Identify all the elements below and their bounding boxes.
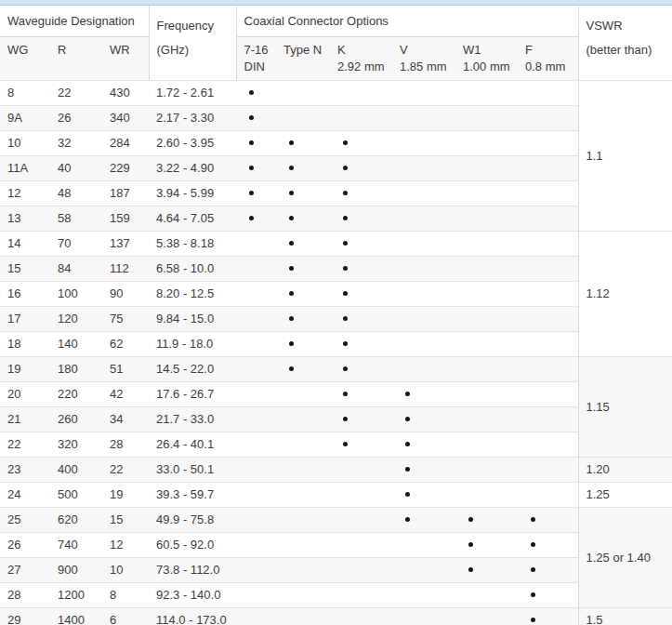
- connector-cell-k: [330, 582, 392, 607]
- r-cell: 620: [50, 507, 102, 532]
- availability-dot-icon: [343, 216, 348, 220]
- wr-column-header: WR: [102, 36, 149, 80]
- connector-cell-f: [518, 356, 578, 381]
- r-cell: 40: [50, 155, 102, 180]
- connector-cell-din: [236, 432, 276, 457]
- frequency-cell: 11.9 - 18.0: [149, 331, 236, 356]
- vswr-cell: 1.1: [578, 80, 672, 231]
- connector-cell-type-n: [276, 507, 330, 532]
- connector-cell-din: [236, 180, 276, 206]
- connector-cell-v: [392, 306, 455, 331]
- connector-header-v: V 1.85 mm: [392, 36, 455, 80]
- wr-cell: 62: [102, 331, 149, 356]
- r-cell: 70: [50, 231, 102, 256]
- availability-dot-icon: [343, 291, 348, 296]
- wg-cell: 13: [0, 206, 50, 231]
- wr-cell: 229: [102, 155, 149, 180]
- wg-cell: 29: [0, 607, 50, 625]
- connector-cell-v: [392, 432, 455, 457]
- connector-cell-v: [392, 155, 455, 180]
- wg-cell: 26: [0, 532, 50, 557]
- frequency-header-unit: (GHz): [157, 38, 236, 62]
- wr-cell: 42: [102, 381, 149, 406]
- spec-row-wg-15: 15841126.58 - 10.0: [0, 256, 672, 281]
- frequency-header: Frequency (GHz): [149, 6, 236, 80]
- connector-header-din-line2: DIN: [244, 59, 277, 75]
- vswr-header-label: VSWR: [586, 14, 672, 38]
- connector-cell-type-n: [276, 356, 330, 381]
- wr-cell: 28: [102, 432, 149, 457]
- connector-cell-k: [330, 331, 392, 356]
- connector-cell-din: [236, 155, 276, 180]
- wr-cell: 19: [102, 482, 149, 507]
- connector-cell-type-n: [276, 231, 330, 256]
- connector-cell-v: [392, 231, 455, 256]
- connector-cell-type-n: [276, 381, 330, 406]
- connector-cell-k: [330, 206, 392, 231]
- spec-row-wg-9A: 9A263402.17 - 3.30: [0, 105, 672, 130]
- wg-cell: 9A: [0, 105, 50, 130]
- connector-cell-din: [236, 457, 276, 482]
- frequency-cell: 92.3 - 140.0: [149, 582, 236, 607]
- frequency-cell: 2.17 - 3.30: [149, 105, 236, 130]
- frequency-cell: 9.84 - 15.0: [149, 306, 236, 331]
- vswr-cell: 1.12: [578, 231, 672, 356]
- connector-cell-k: [330, 231, 392, 256]
- availability-dot-icon: [531, 592, 535, 597]
- connector-cell-type-n: [276, 281, 330, 306]
- frequency-cell: 2.60 - 3.95: [149, 130, 236, 155]
- connector-cell-f: [518, 231, 578, 256]
- waveguide-designation-header: Waveguide Designation: [0, 6, 149, 36]
- availability-dot-icon: [343, 442, 348, 446]
- connector-cell-type-n: [276, 557, 330, 582]
- connector-cell-type-n: [276, 105, 330, 130]
- connector-cell-v: [392, 557, 455, 582]
- connector-cell-w1: [455, 432, 518, 457]
- connector-cell-f: [518, 331, 578, 356]
- connector-cell-w1: [455, 281, 518, 306]
- wg-cell: 17: [0, 306, 50, 331]
- connector-cell-w1: [455, 557, 518, 582]
- connector-header-type-n-line1: Type N: [283, 42, 330, 59]
- connector-cell-k: [330, 356, 392, 381]
- wr-cell: 6: [102, 607, 149, 625]
- connector-cell-type-n: [276, 582, 330, 607]
- connector-cell-f: [518, 432, 578, 457]
- connector-cell-v: [392, 281, 455, 306]
- r-cell: 48: [50, 180, 102, 206]
- connector-header-k: K 2.92 mm: [330, 36, 392, 80]
- connector-cell-k: [330, 607, 392, 625]
- connector-cell-v: [392, 356, 455, 381]
- vswr-header: VSWR (better than): [578, 6, 672, 80]
- connector-cell-w1: [455, 256, 518, 281]
- frequency-cell: 114.0 - 173.0: [149, 607, 236, 625]
- connector-cell-w1: [455, 105, 518, 130]
- spec-row-wg-23: 234002233.0 - 50.11.20: [0, 457, 672, 482]
- r-cell: 900: [50, 557, 102, 582]
- wg-cell: 19: [0, 356, 50, 381]
- wg-cell: 12: [0, 180, 50, 206]
- connector-cell-f: [518, 105, 578, 130]
- connector-cell-w1: [455, 607, 518, 625]
- connector-cell-din: [236, 482, 276, 507]
- connector-cell-f: [518, 130, 578, 155]
- table-body: 8224301.72 - 2.611.19A263402.17 - 3.3010…: [0, 80, 672, 625]
- connector-cell-k: [330, 557, 392, 582]
- connector-cell-k: [330, 180, 392, 206]
- availability-dot-icon: [343, 316, 348, 321]
- wr-cell: 15: [102, 507, 149, 532]
- connector-cell-w1: [455, 130, 518, 155]
- connector-cell-din: [236, 331, 276, 356]
- availability-dot-icon: [249, 140, 254, 145]
- wr-cell: 284: [102, 130, 149, 155]
- vswr-header-sub: (better than): [586, 38, 672, 62]
- connector-header-k-line2: 2.92 mm: [337, 59, 392, 75]
- availability-dot-icon: [249, 90, 254, 95]
- connector-cell-din: [236, 356, 276, 381]
- availability-dot-icon: [289, 366, 294, 371]
- connector-cell-w1: [455, 381, 518, 406]
- r-cell: 500: [50, 482, 102, 507]
- connector-cell-k: [330, 381, 392, 406]
- spec-row-wg-16: 16100908.20 - 12.5: [0, 281, 672, 306]
- frequency-cell: 17.6 - 26.7: [149, 381, 236, 406]
